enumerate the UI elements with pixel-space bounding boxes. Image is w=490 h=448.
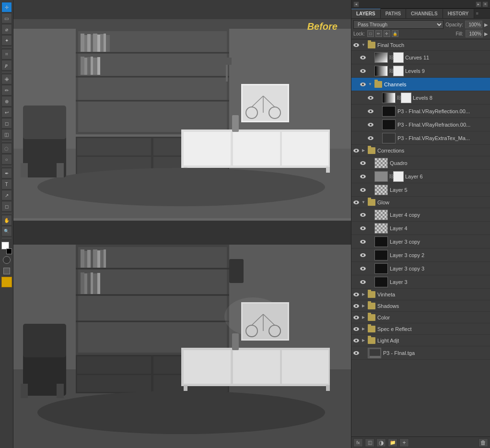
layer-3-copy3[interactable]: Layer 3 copy 3 bbox=[351, 262, 490, 275]
opacity-arrow[interactable]: ▶ bbox=[484, 22, 488, 27]
layer-corrections[interactable]: ▶ Corrections bbox=[351, 145, 490, 156]
lock-position-btn[interactable]: ✛ bbox=[384, 30, 390, 37]
layer-vis-11[interactable] bbox=[359, 173, 367, 180]
layer-p3-refraction[interactable]: P3 - FInal.VRayRefraction.00... bbox=[351, 118, 490, 131]
history-brush-tool[interactable]: ↩ bbox=[1, 107, 12, 118]
eyedropper-tool[interactable]: 𝒑 bbox=[1, 60, 12, 71]
add-mask-btn[interactable]: ◫ bbox=[365, 438, 374, 447]
quick-mask[interactable] bbox=[1, 255, 12, 265]
layer-levels8[interactable]: ⛓ Levels 8 bbox=[351, 91, 490, 105]
layer-5[interactable]: Layer 5 bbox=[351, 183, 490, 197]
layer-vinheta[interactable]: ▶ Vinheta bbox=[351, 289, 490, 300]
layer-glow[interactable]: ▼ Glow bbox=[351, 197, 490, 208]
tab-history[interactable]: HISTORY bbox=[443, 9, 474, 18]
expand-icon-13[interactable]: ▼ bbox=[360, 199, 367, 206]
zoom-tool[interactable]: 🔍 bbox=[1, 226, 12, 236]
layer-levels9[interactable]: ⛓ Levels 9 bbox=[351, 64, 490, 78]
layer-4[interactable]: Layer 4 bbox=[351, 222, 490, 235]
expand-icon-4[interactable]: ▼ bbox=[367, 81, 373, 88]
layer-vis-5[interactable] bbox=[367, 94, 374, 102]
layer-vis-20[interactable] bbox=[352, 291, 360, 298]
heal-tool[interactable]: ✙ bbox=[1, 74, 12, 84]
layer-p3-final-tga[interactable]: P3 - FInal.tga bbox=[351, 346, 490, 360]
yellow-indicator[interactable] bbox=[1, 277, 12, 287]
layer-p3-reflection[interactable]: P3 - FInal.VRayReflection.00... bbox=[351, 105, 490, 118]
color-swatch[interactable] bbox=[1, 242, 12, 254]
select-rect-tool[interactable]: ▭ bbox=[1, 13, 12, 24]
pen-tool[interactable]: ✒ bbox=[1, 168, 12, 178]
gradient-tool[interactable]: ◫ bbox=[1, 129, 12, 140]
layer-vis-6[interactable] bbox=[367, 107, 374, 115]
layer-vis-19[interactable] bbox=[359, 278, 367, 286]
tab-layers[interactable]: LAYERS bbox=[351, 9, 381, 18]
layer-vis-4[interactable] bbox=[359, 81, 367, 88]
layer-vis-2[interactable] bbox=[359, 54, 367, 61]
fill-arrow[interactable]: ▶ bbox=[484, 31, 488, 36]
layer-vis-17[interactable] bbox=[359, 251, 367, 259]
expand-icon-22[interactable]: ▶ bbox=[360, 314, 367, 321]
lock-pixels-btn[interactable]: ✏ bbox=[375, 30, 382, 37]
path-select-tool[interactable]: ↗ bbox=[1, 190, 12, 200]
layer-vis-12[interactable] bbox=[359, 186, 367, 194]
layer-vis-3[interactable] bbox=[359, 67, 367, 75]
layer-color[interactable]: ▶ Color bbox=[351, 312, 490, 323]
opacity-input[interactable] bbox=[465, 21, 482, 28]
layer-vis-8[interactable] bbox=[367, 134, 374, 142]
hand-tool[interactable]: ✋ bbox=[1, 215, 12, 225]
expand-icon-24[interactable]: ▶ bbox=[360, 337, 367, 344]
screen-mode[interactable] bbox=[1, 266, 12, 276]
add-style-btn[interactable]: fx bbox=[353, 438, 363, 447]
layer-vis-14[interactable] bbox=[359, 211, 367, 219]
shape-tool[interactable]: ◻ bbox=[1, 201, 12, 212]
new-adjustment-btn[interactable]: ◑ bbox=[376, 438, 386, 447]
panel-menu-icon[interactable]: ≡ bbox=[474, 9, 480, 18]
layer-3-copy2[interactable]: Layer 3 copy 2 bbox=[351, 248, 490, 262]
delete-layer-btn[interactable]: 🗑 bbox=[478, 438, 488, 447]
expand-icon-20[interactable]: ▶ bbox=[360, 291, 367, 298]
layer-vis-7[interactable] bbox=[367, 121, 374, 129]
expand-icon-21[interactable]: ▶ bbox=[360, 303, 367, 309]
panel-expand-btn[interactable]: ▸ bbox=[476, 1, 481, 7]
layer-4-copy[interactable]: Layer 4 copy bbox=[351, 208, 490, 222]
layer-vis-9[interactable] bbox=[352, 147, 360, 154]
expand-icon-23[interactable]: ▶ bbox=[360, 326, 367, 332]
layer-vis-24[interactable] bbox=[352, 337, 360, 344]
dodge-tool[interactable]: ○ bbox=[1, 154, 12, 165]
background-color[interactable] bbox=[6, 248, 12, 254]
layer-vis-16[interactable] bbox=[359, 238, 367, 246]
layer-vis-10[interactable] bbox=[359, 159, 367, 167]
layer-vis-1[interactable] bbox=[352, 41, 360, 49]
layer-vis-18[interactable] bbox=[359, 265, 367, 272]
layer-vis-15[interactable] bbox=[359, 224, 367, 232]
layer-6[interactable]: ⛓ Layer 6 bbox=[351, 170, 490, 183]
clone-tool[interactable]: ⊕ bbox=[1, 96, 12, 106]
layer-3[interactable]: Layer 3 bbox=[351, 275, 490, 289]
layer-final-touch[interactable]: ▼ Final Touch bbox=[351, 39, 490, 51]
layer-spec-reflect[interactable]: ▶ Spec e Reflect bbox=[351, 323, 490, 335]
layer-vis-21[interactable] bbox=[352, 302, 360, 310]
layer-vis-22[interactable] bbox=[352, 314, 360, 321]
panel-menu-btn[interactable]: ≡ bbox=[482, 1, 488, 7]
layer-vis-13[interactable] bbox=[352, 199, 360, 206]
eraser-tool[interactable]: ◻ bbox=[1, 118, 12, 129]
layer-quadro[interactable]: Quadro bbox=[351, 156, 490, 170]
crop-tool[interactable]: ⌗ bbox=[1, 49, 12, 59]
magic-wand-tool[interactable]: ✦ bbox=[1, 35, 12, 46]
layer-curves11[interactable]: ⛓ Curves 11 bbox=[351, 51, 490, 64]
tab-paths[interactable]: PATHS bbox=[381, 9, 406, 18]
tab-channels[interactable]: CHANNELS bbox=[406, 9, 443, 18]
lock-transparent-btn[interactable]: □ bbox=[367, 30, 374, 37]
new-layer-btn[interactable]: + bbox=[399, 438, 409, 447]
fill-input[interactable] bbox=[466, 30, 483, 37]
brush-tool[interactable]: ✏ bbox=[1, 85, 12, 95]
layer-shadows[interactable]: ▶ Shadows bbox=[351, 300, 490, 312]
move-tool[interactable]: ✛ bbox=[1, 2, 12, 12]
text-tool[interactable]: T bbox=[1, 179, 12, 189]
expand-icon-9[interactable]: ▶ bbox=[360, 147, 367, 154]
layer-3-copy[interactable]: Layer 3 copy bbox=[351, 235, 490, 248]
layer-p3-extratex[interactable]: P3 - FInal.VRayExtraTex_Ma... bbox=[351, 131, 490, 145]
layer-vis-25[interactable] bbox=[352, 349, 360, 357]
layer-vis-23[interactable] bbox=[352, 325, 360, 333]
blur-tool[interactable]: ◌ bbox=[1, 143, 12, 153]
lock-all-btn[interactable]: 🔒 bbox=[392, 30, 398, 37]
